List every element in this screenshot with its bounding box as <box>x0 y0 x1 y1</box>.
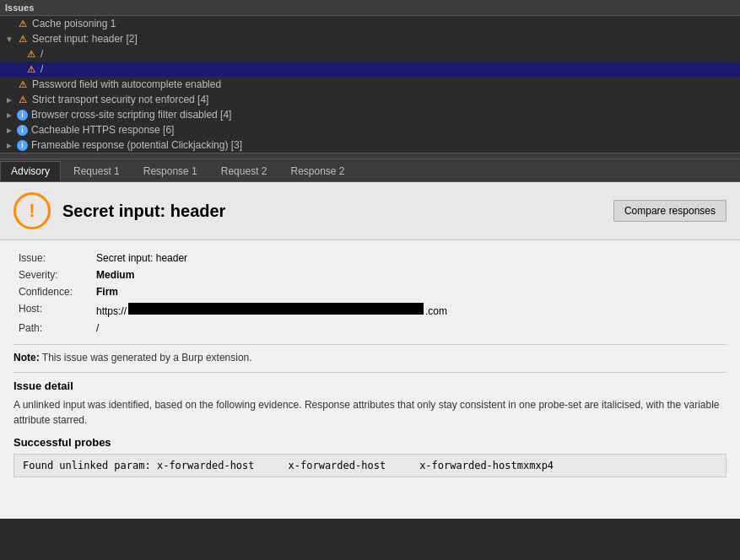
issue-cacheable-https[interactable]: ► i Cacheable HTTPS response [6] <box>0 122 740 137</box>
issue-label: Frameable response (potential Clickjacki… <box>31 139 242 151</box>
host-value: https://.com <box>93 301 725 319</box>
host-label: Host: <box>15 301 91 319</box>
warn-symbol: ! <box>29 200 35 222</box>
issue-label: Cache poisoning 1 <box>32 18 116 30</box>
expand-icon: ► <box>5 141 14 150</box>
issue-secret-input-slash-2[interactable]: ⚠ / <box>0 62 740 77</box>
issue-strict-transport[interactable]: ► ⚠ Strict transport security not enforc… <box>0 92 740 107</box>
tab-request1[interactable]: Request 1 <box>62 161 131 181</box>
issue-label: Cacheable HTTPS response [6] <box>31 124 174 136</box>
advisory-content: ! Secret input: header Compare responses… <box>0 182 740 519</box>
warn-icon: ⚠ <box>25 63 37 75</box>
severity-label: Severity: <box>15 267 91 283</box>
advisory-body: Issue: Secret input: header Severity: Me… <box>0 240 740 486</box>
warn-icon: ⚠ <box>17 18 29 30</box>
tab-request2[interactable]: Request 2 <box>210 161 278 181</box>
issue-secret-input-header[interactable]: ▼ ⚠ Secret input: header [2] <box>0 31 740 46</box>
note-label: Note: <box>14 352 40 363</box>
resize-handle[interactable]: · · · · · · <box>0 153 740 159</box>
field-row-confidence: Confidence: Firm <box>15 284 725 299</box>
big-warn-icon: ! <box>14 192 51 229</box>
expand-icon: ► <box>5 95 14 105</box>
compare-responses-button[interactable]: Compare responses <box>613 200 726 222</box>
issue-password-field[interactable]: ⚠ Password field with autocomplete enabl… <box>0 77 740 92</box>
info-icon: i <box>17 140 28 151</box>
field-row-host: Host: https://.com <box>15 301 725 319</box>
issue-frameable-response[interactable]: ► i Frameable response (potential Clickj… <box>0 137 740 153</box>
host-prefix: https:// <box>96 305 127 317</box>
divider-2 <box>14 372 726 373</box>
fields-table: Issue: Secret input: header Severity: Me… <box>14 249 726 337</box>
host-redacted <box>128 303 424 315</box>
issue-label: Issue: <box>15 250 91 266</box>
tab-response2[interactable]: Response 2 <box>279 161 355 181</box>
expand-icon: ▼ <box>5 35 14 44</box>
host-suffix: .com <box>425 305 447 317</box>
probe-value2: x-forwarded-hostmxmxp4 <box>419 460 554 471</box>
successful-probes-heading: Successful probes <box>14 436 726 449</box>
expand-icon: ► <box>5 126 14 135</box>
probe-value1: x-forwarded-host <box>289 460 386 471</box>
path-value: / <box>93 320 725 336</box>
field-row-severity: Severity: Medium <box>15 267 725 283</box>
issue-label: Strict transport security not enforced [… <box>32 94 208 105</box>
issues-title: Issues <box>0 0 740 16</box>
warn-icon: ⚠ <box>17 78 29 90</box>
issue-label: / <box>41 63 43 75</box>
issue-secret-input-slash-1[interactable]: ⚠ / <box>0 46 740 62</box>
tab-response1[interactable]: Response 1 <box>132 161 208 181</box>
probe-label: Found unlinked param: x-forwarded-host <box>23 460 255 471</box>
issue-label: / <box>41 48 43 60</box>
detail-panel: Advisory Request 1 Response 1 Request 2 … <box>0 159 740 519</box>
issue-detail-text: A unlinked input was identified, based o… <box>14 397 726 428</box>
info-icon: i <box>17 125 28 136</box>
advisory-header-left: ! Secret input: header <box>14 192 225 229</box>
warn-icon: ⚠ <box>17 33 29 45</box>
issue-value: Secret input: header <box>93 250 725 266</box>
path-label: Path: <box>15 320 91 336</box>
note-text: Note: This issue was generated by a Burp… <box>14 352 726 363</box>
issue-label: Password field with autocomplete enabled <box>32 78 221 90</box>
warn-icon: ⚠ <box>17 94 29 105</box>
confidence-label: Confidence: <box>15 284 91 299</box>
advisory-title: Secret input: header <box>62 202 225 221</box>
probe-result: Found unlinked param: x-forwarded-host x… <box>14 454 726 477</box>
info-icon: i <box>17 110 28 121</box>
issue-cache-poisoning[interactable]: ⚠ Cache poisoning 1 <box>0 16 740 31</box>
field-row-path: Path: / <box>15 320 725 336</box>
divider <box>14 344 726 345</box>
severity-value: Medium <box>93 267 725 283</box>
issue-label: Browser cross-site scripting filter disa… <box>31 109 231 121</box>
issue-label: Secret input: header [2] <box>32 33 138 45</box>
field-row-issue: Issue: Secret input: header <box>15 250 725 266</box>
confidence-value: Firm <box>93 284 725 299</box>
tab-bar: Advisory Request 1 Response 1 Request 2 … <box>0 159 740 182</box>
warn-icon: ⚠ <box>25 48 37 60</box>
note-content: This issue was generated by a Burp exten… <box>42 352 252 363</box>
advisory-header: ! Secret input: header Compare responses <box>0 182 740 240</box>
issue-detail-heading: Issue detail <box>14 380 726 392</box>
tab-advisory[interactable]: Advisory <box>0 161 61 181</box>
expand-icon: ► <box>5 110 14 120</box>
issues-panel: Issues ⚠ Cache poisoning 1 ▼ ⚠ Secret in… <box>0 0 740 153</box>
issue-browser-xss[interactable]: ► i Browser cross-site scripting filter … <box>0 107 740 122</box>
